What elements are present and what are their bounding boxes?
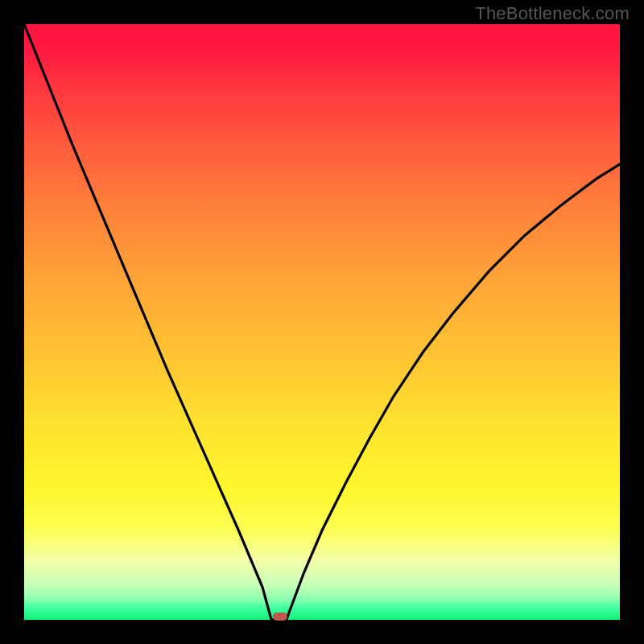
curve-right-branch (287, 164, 620, 620)
chart-frame: TheBottleneck.com (0, 0, 644, 644)
watermark-text: TheBottleneck.com (475, 3, 630, 24)
bottleneck-curve (24, 24, 620, 620)
curve-left-branch (24, 24, 271, 620)
minimum-marker (273, 613, 287, 621)
plot-area (24, 24, 620, 620)
